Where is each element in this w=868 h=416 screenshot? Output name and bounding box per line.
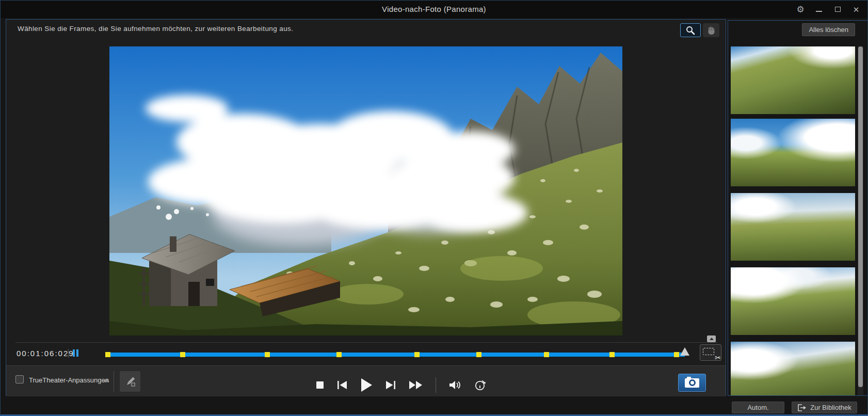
pause-indicator-icon: [73, 349, 78, 357]
control-bar: TrueTheater-Anpassungen: [6, 365, 726, 396]
stop-icon: [316, 381, 324, 389]
timeline-frame-marker[interactable]: [674, 352, 679, 357]
frame-thumbnail-4[interactable]: [731, 267, 855, 335]
auto-button-label: Autom.: [747, 404, 768, 411]
close-button[interactable]: ✕: [850, 3, 862, 15]
timecode-display: 00:01:06:029: [17, 349, 74, 358]
frame-thumbnail-1[interactable]: [731, 46, 855, 114]
scissors-icon: ✂︎: [715, 354, 721, 362]
close-icon: ✕: [853, 6, 860, 13]
truetheater-expander-icon[interactable]: [103, 378, 109, 382]
captured-frames-panel: Alles löschen: [728, 20, 868, 396]
next-frame-button[interactable]: [385, 380, 396, 390]
frame-thumbnail-3[interactable]: [731, 193, 855, 261]
timeline-frame-marker[interactable]: [265, 352, 270, 357]
timeline-frame-marker[interactable]: [180, 352, 185, 357]
magnifier-icon: [685, 25, 696, 36]
previous-frame-button[interactable]: [336, 380, 348, 390]
maximize-icon: [835, 7, 841, 12]
video-frame-scene: [109, 46, 622, 335]
frame-thumbnail-2[interactable]: [731, 119, 855, 186]
gear-icon: ⚙︎: [796, 5, 804, 14]
timer-clock-icon: [474, 379, 487, 391]
auto-button[interactable]: Autom.: [732, 402, 784, 413]
chevron-up-icon: [710, 338, 714, 340]
camera-icon: [685, 378, 699, 388]
play-button[interactable]: [360, 378, 373, 392]
capture-photo-button[interactable]: [678, 374, 706, 392]
minimize-icon: [816, 11, 822, 12]
timeline-frame-marker[interactable]: [336, 352, 342, 357]
clear-all-button[interactable]: Alles löschen: [802, 23, 855, 36]
timeline-frame-marker[interactable]: [105, 352, 110, 357]
to-library-button[interactable]: Zur Bibliothek: [792, 402, 857, 413]
scrollbar-thumb[interactable]: [858, 46, 863, 387]
frame-thumbnail-list: [731, 46, 855, 395]
truetheater-checkbox[interactable]: [15, 375, 24, 383]
trim-handle[interactable]: [680, 347, 689, 356]
minimize-button[interactable]: [813, 3, 825, 15]
main-panel: Wählen Sie die Frames, die Sie aufnehmen…: [6, 19, 726, 396]
pencil-icon: [124, 375, 136, 388]
playback-duration-button[interactable]: [474, 379, 487, 391]
collapse-preview-button[interactable]: [707, 335, 716, 342]
title-bar: Video-nach-Foto (Panorama) ⚙︎ ✕: [1, 1, 867, 18]
export-to-library-icon: [797, 404, 807, 412]
next-frame-icon: [385, 380, 396, 390]
frame-thumbnail-5[interactable]: [731, 342, 855, 395]
timeline-frame-marker[interactable]: [544, 352, 549, 357]
timeline-frame-marker[interactable]: [609, 352, 615, 357]
stop-button[interactable]: [316, 381, 324, 389]
video-preview[interactable]: [109, 46, 622, 335]
scrollbar[interactable]: [858, 46, 863, 395]
play-icon: [360, 378, 373, 392]
divider: [68, 349, 69, 358]
maximize-button[interactable]: [831, 3, 844, 15]
extract-frames-button[interactable]: ✂︎: [700, 344, 721, 361]
window-title: Video-nach-Foto (Panorama): [1, 1, 867, 18]
app-window: Video-nach-Foto (Panorama) ⚙︎ ✕ Wählen S…: [0, 0, 868, 416]
to-library-label: Zur Bibliothek: [810, 404, 851, 411]
edit-adjustments-button[interactable]: [120, 371, 140, 392]
fast-forward-button[interactable]: [409, 380, 423, 390]
settings-button[interactable]: ⚙︎: [794, 3, 807, 15]
previous-frame-icon: [336, 380, 348, 390]
fast-forward-icon: [409, 380, 423, 390]
speaker-icon: [448, 379, 462, 391]
divider: [436, 377, 436, 393]
zoom-tool-button[interactable]: [680, 23, 701, 37]
hand-tool-button[interactable]: [703, 23, 719, 37]
hand-icon: [706, 26, 716, 35]
divider: [114, 371, 114, 392]
timeline-track[interactable]: [105, 353, 685, 357]
transport-controls: [316, 366, 487, 397]
divider: [15, 342, 717, 343]
timeline-frame-marker[interactable]: [476, 352, 481, 357]
frame-selection-icon: [703, 348, 714, 355]
timeline-frame-marker[interactable]: [414, 352, 420, 357]
truetheater-label: TrueTheater-Anpassungen: [29, 376, 109, 384]
instruction-text: Wählen Sie die Frames, die Sie aufnehmen…: [18, 25, 293, 33]
volume-button[interactable]: [448, 379, 462, 391]
